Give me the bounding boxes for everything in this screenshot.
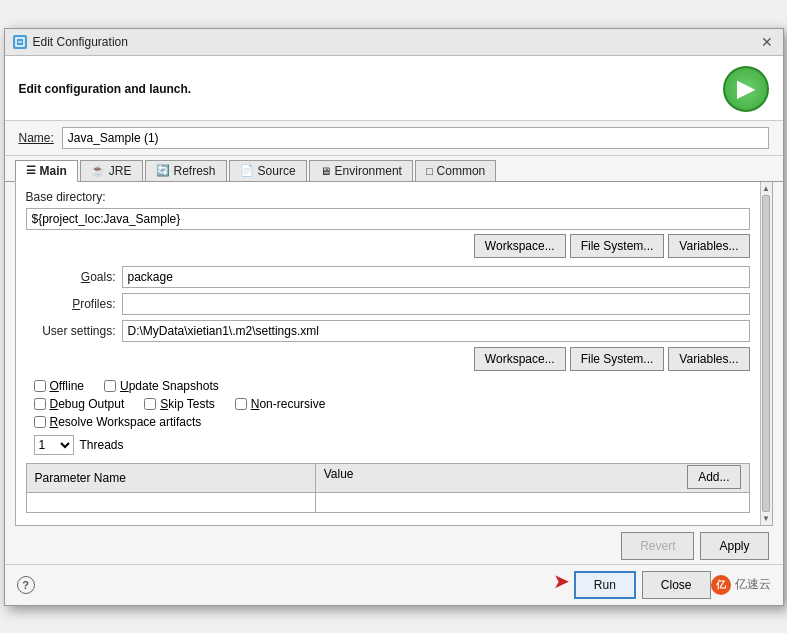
tab-common[interactable]: □ Common [415, 160, 496, 181]
name-input[interactable] [62, 127, 769, 149]
non-recursive-checkbox[interactable] [235, 398, 247, 410]
skip-tests-checkbox[interactable] [144, 398, 156, 410]
watermark-icon: 亿 [711, 575, 731, 595]
revert-button[interactable]: Revert [621, 532, 694, 560]
variables-btn-2[interactable]: Variables... [668, 347, 749, 371]
refresh-tab-icon: 🔄 [156, 164, 170, 177]
skip-tests-label: Skip Tests [160, 397, 214, 411]
resolve-workspace-label: Resolve Workspace artifacts [50, 415, 202, 429]
variables-btn-1[interactable]: Variables... [668, 234, 749, 258]
tab-jre[interactable]: ☕ JRE [80, 160, 143, 181]
watermark: 亿 亿速云 [711, 575, 771, 595]
help-icon[interactable]: ? [17, 576, 35, 594]
watermark-text: 亿速云 [735, 576, 771, 593]
header-text: Edit configuration and launch. [19, 82, 192, 96]
checkboxes-area: Offline Update Snapshots Debug Output Sk… [26, 379, 750, 429]
tab-main[interactable]: ☰ Main [15, 160, 78, 182]
workspace-btn-2[interactable]: Workspace... [474, 347, 566, 371]
tab-env-label: Environment [335, 164, 402, 178]
debug-output-checkbox[interactable] [34, 398, 46, 410]
update-snapshots-checkbox[interactable] [104, 380, 116, 392]
profiles-input[interactable] [122, 293, 750, 315]
offline-label: Offline [50, 379, 84, 393]
filesystem-btn-2[interactable]: File System... [570, 347, 665, 371]
cb-row-3: Resolve Workspace artifacts [34, 415, 750, 429]
threads-select[interactable]: 1 2 4 [34, 435, 74, 455]
close-icon[interactable]: ✕ [759, 34, 775, 50]
tab-main-label: Main [40, 164, 67, 178]
content-scroll: Base directory: Workspace... File System… [16, 182, 772, 525]
param-value-cell [315, 492, 749, 512]
common-tab-icon: □ [426, 165, 433, 177]
base-dir-buttons: Workspace... File System... Variables... [26, 234, 750, 258]
cb-skip-tests: Skip Tests [144, 397, 214, 411]
tab-common-label: Common [437, 164, 486, 178]
offline-checkbox[interactable] [34, 380, 46, 392]
tab-source-label: Source [258, 164, 296, 178]
cb-offline: Offline [34, 379, 84, 393]
apply-button[interactable]: Apply [700, 532, 768, 560]
run-button[interactable]: Run [574, 571, 636, 599]
jre-tab-icon: ☕ [91, 164, 105, 177]
env-tab-icon: 🖥 [320, 165, 331, 177]
dialog-title: Edit Configuration [33, 35, 128, 49]
tab-refresh-label: Refresh [174, 164, 216, 178]
name-row: Name: [5, 121, 783, 156]
close-button[interactable]: Close [642, 571, 711, 599]
cb-resolve-workspace: Resolve Workspace artifacts [34, 415, 202, 429]
param-table: Parameter Name Value Add... [26, 463, 750, 513]
param-col-name: Parameter Name [26, 463, 315, 492]
title-bar-left: Edit Configuration [13, 35, 128, 49]
debug-output-label: Debug Output [50, 397, 125, 411]
profiles-label: Profiles: [26, 297, 116, 311]
threads-label: Threads [80, 438, 124, 452]
main-tab-icon: ☰ [26, 164, 36, 177]
run-arrow-icon: ➤ [553, 569, 570, 593]
name-label: Name: [19, 131, 54, 145]
cb-debug-output: Debug Output [34, 397, 125, 411]
run-btn-area: ➤ Run [553, 571, 636, 599]
cb-row-1: Offline Update Snapshots [34, 379, 750, 393]
non-recursive-label: Non-recursive [251, 397, 326, 411]
goals-row: Goals: [26, 266, 750, 288]
source-tab-icon: 📄 [240, 164, 254, 177]
table-row [26, 492, 749, 512]
content-area: Base directory: Workspace... File System… [15, 182, 773, 526]
cb-update-snapshots: Update Snapshots [104, 379, 219, 393]
goals-label: Goals: [26, 270, 116, 284]
edit-config-dialog: Edit Configuration ✕ Edit configuration … [4, 28, 784, 606]
run-icon: ▶ [723, 66, 769, 112]
tab-jre-label: JRE [109, 164, 132, 178]
revert-apply-row: Revert Apply [5, 526, 783, 564]
param-name-cell [26, 492, 315, 512]
footer-bar: ? ➤ Run Close 亿 亿速云 [5, 564, 783, 605]
cb-row-2: Debug Output Skip Tests Non-recursive [34, 397, 750, 411]
base-dir-input[interactable] [26, 208, 750, 230]
param-col-value: Value Add... [315, 463, 749, 492]
base-dir-label: Base directory: [26, 190, 750, 204]
update-snapshots-label: Update Snapshots [120, 379, 219, 393]
workspace-btn-1[interactable]: Workspace... [474, 234, 566, 258]
user-settings-label: User settings: [26, 324, 116, 338]
goals-input[interactable] [122, 266, 750, 288]
scrollbar[interactable]: ▲ ▼ [760, 182, 772, 525]
param-section: Parameter Name Value Add... [26, 463, 750, 513]
user-settings-buttons: Workspace... File System... Variables... [26, 347, 750, 371]
tab-environment[interactable]: 🖥 Environment [309, 160, 413, 181]
tabs-bar: ☰ Main ☕ JRE 🔄 Refresh 📄 Source 🖥 Enviro… [5, 156, 783, 182]
dialog-icon [13, 35, 27, 49]
filesystem-btn-1[interactable]: File System... [570, 234, 665, 258]
threads-row: 1 2 4 Threads [34, 435, 750, 455]
user-settings-input[interactable] [122, 320, 750, 342]
cb-non-recursive: Non-recursive [235, 397, 326, 411]
resolve-workspace-checkbox[interactable] [34, 416, 46, 428]
tab-source[interactable]: 📄 Source [229, 160, 307, 181]
add-button[interactable]: Add... [687, 465, 740, 489]
title-bar: Edit Configuration ✕ [5, 29, 783, 56]
user-settings-row: User settings: [26, 320, 750, 342]
profiles-row: Profiles: [26, 293, 750, 315]
dialog-header: Edit configuration and launch. ▶ [5, 56, 783, 121]
tab-refresh[interactable]: 🔄 Refresh [145, 160, 227, 181]
